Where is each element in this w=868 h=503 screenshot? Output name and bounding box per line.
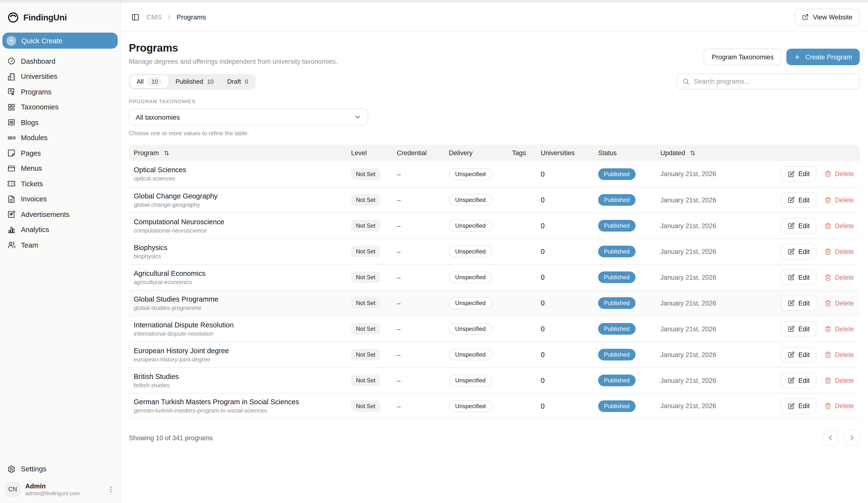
credential-value: – bbox=[397, 393, 449, 419]
edit-button[interactable]: Edit bbox=[781, 398, 816, 414]
sidebar-toggle-button[interactable] bbox=[129, 11, 142, 23]
trash-icon bbox=[824, 402, 831, 410]
sidebar-item-modules[interactable]: Modules bbox=[2, 130, 118, 145]
trash-icon bbox=[824, 351, 831, 358]
sticky-note-icon bbox=[7, 149, 16, 157]
sort-icon[interactable] bbox=[163, 150, 170, 156]
col-tags: Tags bbox=[512, 145, 541, 161]
sidebar-item-taxonomies[interactable]: Taxonomies bbox=[2, 100, 118, 115]
sort-icon[interactable] bbox=[690, 150, 696, 156]
sidebar-item-team[interactable]: Team bbox=[2, 237, 118, 253]
programs-table: Program Level Credential Delivery Tags U… bbox=[129, 145, 860, 419]
table-row[interactable]: Optical Sciencesoptical-sciences Not Set… bbox=[129, 161, 860, 187]
status-badge: Published bbox=[598, 271, 635, 283]
table-row[interactable]: International Dispute Resolutioninternat… bbox=[129, 316, 860, 341]
taxonomy-select[interactable]: All taxonomies bbox=[129, 109, 368, 125]
table-row[interactable]: Global Studies Programmeglobal-studies-p… bbox=[129, 290, 860, 316]
plus-icon bbox=[794, 54, 800, 60]
table-row[interactable]: European History Joint degreeeuropean-hi… bbox=[129, 341, 860, 367]
tab-count: 0 bbox=[245, 78, 248, 85]
edit-button[interactable]: Edit bbox=[781, 192, 816, 208]
user-kebab-button[interactable] bbox=[106, 484, 115, 495]
delete-button[interactable]: Delete bbox=[824, 222, 854, 229]
level-badge: Not Set bbox=[351, 297, 380, 309]
delete-button[interactable]: Delete bbox=[824, 377, 854, 384]
tab-draft[interactable]: Draft 0 bbox=[221, 75, 255, 88]
program-name: European History Joint degree bbox=[134, 347, 347, 355]
page-subtitle: Manage degrees and offerings independent… bbox=[129, 58, 338, 65]
program-slug: agricultural-economics bbox=[134, 278, 347, 285]
updated-value: January 21st, 2026 bbox=[660, 161, 752, 187]
pen-square-icon bbox=[787, 326, 794, 332]
program-name: Computational Neuroscience bbox=[134, 218, 347, 225]
tab-label: Draft bbox=[227, 78, 241, 85]
sidebar-item-settings[interactable]: Settings bbox=[2, 461, 51, 477]
tab-all[interactable]: All 10 bbox=[130, 75, 168, 88]
pen-square-icon bbox=[787, 196, 794, 203]
taxonomy-select-value: All taxonomies bbox=[136, 113, 180, 121]
breadcrumb-cms[interactable]: CMS bbox=[146, 13, 162, 21]
sidebar-item-analytics[interactable]: Analytics bbox=[2, 222, 118, 237]
tags-value bbox=[512, 187, 541, 213]
sidebar-item-advertisements[interactable]: Advertisements bbox=[2, 207, 118, 222]
sidebar-item-dashboard[interactable]: Dashboard bbox=[2, 53, 118, 69]
edit-button[interactable]: Edit bbox=[781, 269, 816, 285]
sidebar-item-blogs[interactable]: Blogs bbox=[2, 115, 118, 130]
delete-button[interactable]: Delete bbox=[824, 170, 854, 177]
delete-button[interactable]: Delete bbox=[824, 402, 854, 410]
level-badge: Not Set bbox=[351, 374, 380, 386]
program-name: British Studies bbox=[134, 372, 347, 380]
sidebar-item-programs[interactable]: Programs bbox=[2, 84, 118, 100]
sidebar-item-tickets[interactable]: Tickets bbox=[2, 176, 118, 192]
tab-published[interactable]: Published 10 bbox=[169, 75, 220, 88]
sidebar-item-universities[interactable]: Universities bbox=[2, 69, 118, 84]
panel-top-icon bbox=[7, 164, 16, 173]
quick-create-button[interactable]: Quick Create bbox=[2, 33, 118, 49]
universities-count: 0 bbox=[541, 238, 598, 264]
edit-button[interactable]: Edit bbox=[781, 218, 816, 234]
user-menu[interactable]: CN Admin admin@findinguni.com bbox=[5, 482, 115, 497]
edit-button[interactable]: Edit bbox=[781, 373, 816, 388]
next-page-button[interactable] bbox=[844, 430, 860, 445]
brand-name: FindingUni bbox=[23, 12, 67, 23]
edit-button[interactable]: Edit bbox=[781, 244, 816, 259]
program-taxonomies-button[interactable]: Program Taxonomies bbox=[703, 49, 782, 65]
level-badge: Not Set bbox=[351, 220, 380, 232]
table-row[interactable]: Biophysicsbiophysics Not Set – Unspecifi… bbox=[129, 238, 860, 264]
sidebar-item-menus[interactable]: Menus bbox=[2, 161, 118, 176]
delete-button[interactable]: Delete bbox=[824, 248, 854, 255]
sidebar-item-label: Blogs bbox=[21, 119, 39, 126]
status-badge: Published bbox=[598, 220, 635, 232]
sidebar-item-pages[interactable]: Pages bbox=[2, 145, 118, 161]
table-row[interactable]: British Studiesbritish-studies Not Set –… bbox=[129, 367, 860, 393]
delete-button[interactable]: Delete bbox=[824, 196, 854, 204]
program-slug: optical-sciences bbox=[134, 175, 347, 182]
create-program-button[interactable]: Create Program bbox=[786, 49, 860, 65]
trash-icon bbox=[824, 377, 831, 384]
edit-button[interactable]: Edit bbox=[781, 321, 816, 337]
prev-page-button[interactable] bbox=[823, 430, 838, 445]
status-badge: Published bbox=[598, 400, 635, 412]
table-row[interactable]: German Turkish Masters Program in Social… bbox=[129, 393, 860, 419]
pen-square-icon bbox=[787, 377, 794, 384]
col-program: Program bbox=[134, 149, 159, 157]
delete-button[interactable]: Delete bbox=[824, 274, 854, 281]
delete-button[interactable]: Delete bbox=[824, 299, 854, 307]
tags-value bbox=[512, 341, 541, 367]
table-row[interactable]: Global Change Geographyglobal-change-geo… bbox=[129, 187, 860, 213]
table-row[interactable]: Computational Neurosciencecomputational-… bbox=[129, 213, 860, 238]
sidebar-item-invoices[interactable]: Invoices bbox=[2, 192, 118, 207]
edit-button[interactable]: Edit bbox=[781, 295, 816, 311]
updated-value: January 21st, 2026 bbox=[660, 341, 752, 367]
search-input[interactable] bbox=[677, 73, 860, 90]
universities-count: 0 bbox=[541, 367, 598, 393]
delete-button[interactable]: Delete bbox=[824, 325, 854, 332]
tags-value bbox=[512, 316, 541, 341]
delete-button[interactable]: Delete bbox=[824, 351, 854, 358]
edit-button[interactable]: Edit bbox=[781, 347, 816, 362]
view-website-button[interactable]: View Website bbox=[794, 9, 860, 25]
trash-icon bbox=[824, 274, 831, 281]
status-badge: Published bbox=[598, 194, 635, 206]
table-row[interactable]: Agricultural Economicsagricultural-econo… bbox=[129, 264, 860, 290]
edit-button[interactable]: Edit bbox=[781, 166, 816, 182]
